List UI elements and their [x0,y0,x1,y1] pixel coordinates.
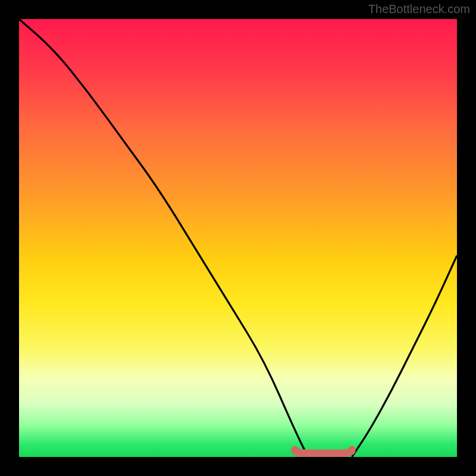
chart-plot-area [19,19,457,457]
chart-svg [19,19,457,457]
right-curve-line [352,255,457,457]
left-curve-line [19,19,308,457]
watermark-text: TheBottleneck.com [368,2,470,16]
notch-highlight [295,450,352,453]
